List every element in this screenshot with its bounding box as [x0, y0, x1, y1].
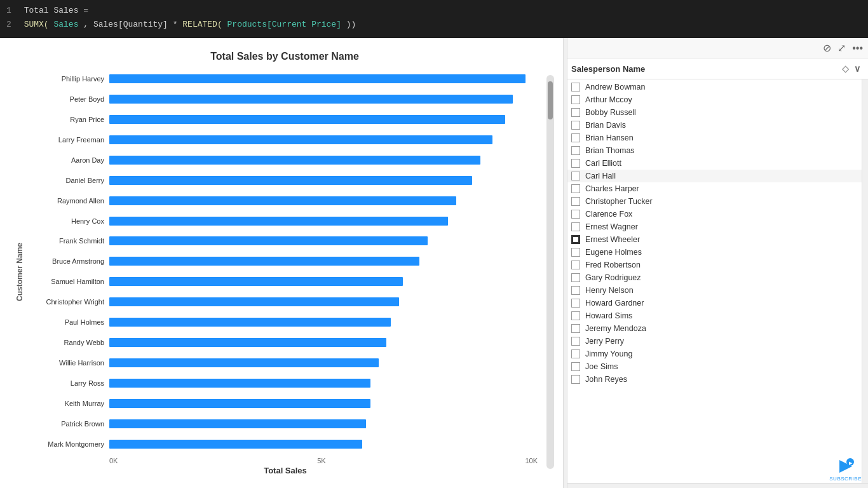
bar-fill [109, 115, 505, 124]
bar-track[interactable] [109, 338, 538, 347]
filter-item-label: Andrew Bowman [585, 83, 646, 92]
filter-checkbox[interactable] [571, 159, 580, 168]
clear-icon[interactable]: ◇ [842, 64, 849, 74]
bar-row: Ryan Price [27, 113, 538, 126]
filter-list-item[interactable]: Eugene Holmes [564, 246, 862, 259]
filter-list-item[interactable]: Clarence Fox [564, 208, 862, 220]
more-icon[interactable]: ••• [852, 43, 863, 54]
bar-label: Raymond Allen [27, 197, 109, 205]
bar-track[interactable] [109, 379, 538, 388]
filter-item-label: Ernest Wagner [585, 222, 638, 231]
filter-checkbox[interactable] [571, 197, 580, 206]
filter-checkbox[interactable] [571, 286, 580, 295]
expand-icon[interactable]: ⤢ [837, 42, 846, 54]
bar-track[interactable] [109, 176, 538, 185]
filter-list-item[interactable]: Howard Gardner [564, 297, 862, 309]
bar-row: Phillip Harvey [27, 72, 538, 85]
filter-list-item[interactable]: Carl Elliott [564, 157, 862, 170]
bar-row: Keith Murray [27, 397, 538, 410]
filter-checkbox[interactable] [571, 261, 580, 269]
filter-scrollbar[interactable] [862, 79, 868, 483]
filter-checkbox[interactable] [571, 95, 580, 104]
bar-track[interactable] [109, 399, 538, 408]
filter-list-item[interactable]: Arthur Mccoy [564, 93, 862, 106]
filter-panel: ⊘ ⤢ ••• Salesperson Name ◇ ∨ Andrew Bowm… [563, 38, 868, 488]
filter-list-item[interactable]: Jerry Perry [564, 335, 862, 348]
bar-track[interactable] [109, 440, 538, 449]
filter-list-item[interactable]: Jimmy Young [564, 348, 862, 360]
filter-checkbox[interactable] [571, 311, 580, 320]
filter-list-item[interactable]: Brian Thomas [564, 144, 862, 157]
filter-checkbox[interactable] [571, 222, 580, 231]
filter-checkbox[interactable] [571, 83, 580, 92]
filter-list-item[interactable]: Brian Davis [564, 119, 862, 132]
bar-label: Ryan Price [27, 116, 109, 123]
filter-list-item[interactable]: Charles Harper [564, 182, 862, 195]
filter-checkbox[interactable] [571, 108, 580, 117]
filter-panel-title: Salesperson Name [571, 64, 645, 74]
bar-track[interactable] [109, 115, 538, 124]
x-tick: 0K [109, 457, 118, 464]
bars-section: Phillip HarveyPeter BoydRyan PriceLarry … [27, 69, 544, 475]
filter-list[interactable]: Andrew BowmanArthur MccoyBobby RussellBr… [564, 79, 862, 483]
bar-track[interactable] [109, 217, 538, 226]
chart-scrollbar-thumb[interactable] [548, 81, 553, 119]
bar-track[interactable] [109, 236, 538, 245]
filter-toolbar: ⊘ ⤢ ••• [564, 38, 868, 58]
chart-scrollbar[interactable] [546, 75, 554, 469]
bar-track[interactable] [109, 196, 538, 205]
bar-track[interactable] [109, 95, 538, 104]
filter-list-item[interactable]: Christopher Tucker [564, 195, 862, 208]
filter-list-item[interactable]: Ernest Wheeler [564, 233, 862, 246]
filter-list-item[interactable]: Ernest Wagner [564, 220, 862, 233]
filter-list-item[interactable]: Henry Nelson [564, 284, 862, 297]
bar-label: Henry Cox [27, 217, 109, 225]
filter-list-item[interactable]: Joe Sims [564, 360, 862, 373]
filter-list-item[interactable]: Carl Hall [564, 170, 862, 182]
filter-checkbox[interactable] [571, 133, 580, 142]
bar-track[interactable] [109, 135, 538, 144]
bar-track[interactable] [109, 297, 538, 306]
bar-fill [109, 196, 456, 205]
filter-list-item[interactable]: Gary Rodriguez [564, 271, 862, 284]
filter-checkbox[interactable] [571, 210, 580, 219]
filter-item-label: Howard Sims [585, 311, 632, 320]
bar-track[interactable] [109, 74, 538, 83]
filter-checkbox[interactable] [571, 121, 580, 130]
filter-checkbox[interactable] [571, 146, 580, 155]
bar-row: Paul Holmes [27, 316, 538, 329]
filter-checkbox[interactable] [571, 375, 580, 384]
line-number-2: 2 [6, 20, 11, 29]
filter-icon[interactable]: ⊘ [823, 42, 831, 54]
bar-label: Peter Boyd [27, 95, 109, 103]
subscribe-label: SUBSCRIBE [829, 476, 862, 482]
filter-checkbox[interactable] [571, 299, 580, 308]
bar-track[interactable] [109, 277, 538, 286]
bar-track[interactable] [109, 156, 538, 165]
chevron-down-icon[interactable]: ∨ [854, 64, 860, 74]
filter-list-item[interactable]: Bobby Russell [564, 106, 862, 119]
filter-list-item[interactable]: Howard Sims [564, 309, 862, 322]
filter-checkbox[interactable] [571, 362, 580, 371]
bar-track[interactable] [109, 318, 538, 327]
code-related: RELATED( [182, 20, 222, 29]
filter-checkbox[interactable] [571, 337, 580, 346]
filter-checkbox[interactable] [571, 248, 580, 257]
filter-checkbox[interactable] [571, 349, 580, 358]
main-content: Total Sales by Customer Name Customer Na… [0, 38, 868, 488]
filter-list-item[interactable]: Jeremy Mendoza [564, 322, 862, 335]
filter-checkbox[interactable] [571, 184, 580, 193]
bar-label: Christopher Wright [27, 298, 109, 306]
filter-checkbox[interactable] [571, 172, 580, 180]
bar-track[interactable] [109, 419, 538, 428]
filter-checkbox[interactable] [571, 324, 580, 333]
bar-track[interactable] [109, 257, 538, 266]
filter-list-item[interactable]: Andrew Bowman [564, 81, 862, 93]
filter-list-item[interactable]: John Reyes [564, 373, 862, 386]
filter-checkbox[interactable] [571, 235, 580, 244]
filter-list-item[interactable]: Brian Hansen [564, 132, 862, 144]
code-col: Products[Current Price] [227, 20, 341, 29]
filter-list-item[interactable]: Fred Robertson [564, 259, 862, 271]
filter-checkbox[interactable] [571, 273, 580, 282]
bar-track[interactable] [109, 358, 538, 367]
